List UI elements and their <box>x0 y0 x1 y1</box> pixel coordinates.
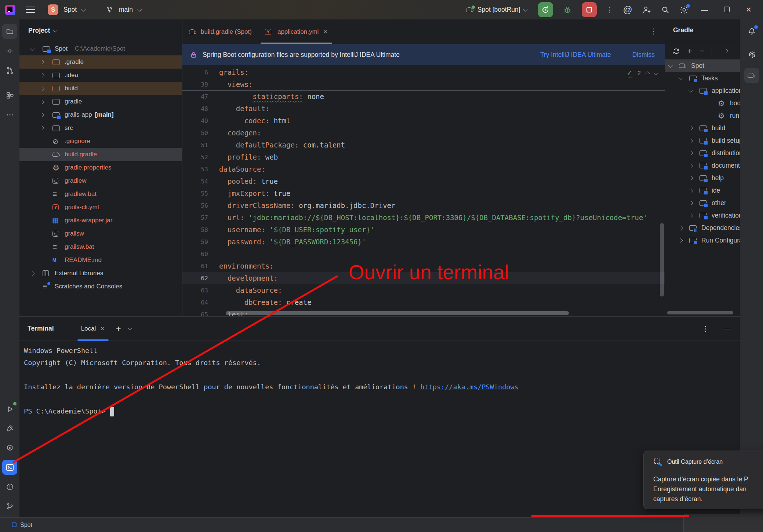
tree-chevron-icon[interactable] <box>668 63 673 68</box>
code-line[interactable]: 63 dataSource: <box>182 284 665 296</box>
project-selector[interactable]: Spot <box>63 6 77 14</box>
structure-tool-button[interactable] <box>2 88 17 103</box>
tab-options-button[interactable]: ⋮ <box>650 27 657 36</box>
problems-tool-button[interactable] <box>2 479 17 494</box>
project-tree-row[interactable]: Spot C:\Academie\Spot <box>19 42 182 55</box>
run-tool-button[interactable] <box>2 401 17 416</box>
project-tree-row[interactable]: README.md <box>19 254 182 267</box>
inspection-widget[interactable]: ✓ 2 <box>627 69 658 77</box>
project-tree-row[interactable]: grailsw <box>19 227 182 240</box>
tree-chevron-icon[interactable] <box>678 75 683 80</box>
debug-button[interactable] <box>563 5 572 15</box>
project-tree-row[interactable]: .gradle <box>19 55 182 69</box>
code-line[interactable]: 59 password: '${DB_PASSWORD:123456}' <box>182 236 665 248</box>
project-panel-header[interactable]: Project <box>19 19 182 34</box>
new-terminal-button[interactable]: + <box>116 324 121 334</box>
gradle-tree-row[interactable]: Run Configurations <box>665 234 740 247</box>
settings-button[interactable] <box>679 5 689 15</box>
prev-problem-icon[interactable] <box>645 72 650 76</box>
project-tree-row[interactable]: .idea <box>19 69 182 82</box>
tree-chevron-icon[interactable] <box>40 60 44 65</box>
gradle-tool-button[interactable] <box>744 68 759 83</box>
code-line[interactable]: 48 default: <box>182 103 665 115</box>
close-terminal-tab-icon[interactable]: ✕ <box>100 325 105 332</box>
tree-chevron-icon[interactable] <box>40 99 44 104</box>
gradle-tree-row[interactable]: documentation <box>665 159 740 172</box>
project-tree-row[interactable]: src <box>19 121 182 135</box>
rerun-button[interactable] <box>538 2 553 17</box>
project-tree-row[interactable]: .gitignore <box>19 135 182 148</box>
gradle-tree-row[interactable]: Dependencies <box>665 222 740 234</box>
tree-chevron-icon[interactable] <box>688 163 693 168</box>
tree-chevron-icon[interactable] <box>688 126 693 131</box>
tree-chevron-icon[interactable] <box>688 201 693 205</box>
code-line[interactable]: 6 grails: <box>182 66 665 79</box>
project-tree-row[interactable]: build.gradle <box>19 148 182 161</box>
project-tree-row[interactable]: gradlew.bat <box>19 187 182 201</box>
tree-chevron-icon[interactable] <box>688 176 693 181</box>
gradle-tree-row[interactable]: build <box>665 122 740 134</box>
terminal-dropdown-icon[interactable] <box>128 326 132 331</box>
gradle-tree-row[interactable]: distribution <box>665 147 740 159</box>
code-line[interactable]: 60 <box>182 248 665 260</box>
tree-chevron-icon[interactable] <box>688 88 693 92</box>
tree-chevron-icon[interactable] <box>688 188 693 193</box>
gradle-tree-row[interactable]: Spot <box>665 59 740 72</box>
gradle-tree-row[interactable]: run <box>665 109 740 122</box>
code-line[interactable]: 54 pooled: true <box>182 175 665 187</box>
project-tree-row[interactable]: External Libraries <box>19 267 182 280</box>
tree-chevron-icon[interactable] <box>30 271 34 276</box>
build-tool-button[interactable] <box>2 421 17 436</box>
project-tree-row[interactable]: grails-cli.yml <box>19 201 182 214</box>
code-line[interactable]: 50 codegen: <box>182 127 665 139</box>
services-tool-button[interactable] <box>2 440 17 455</box>
next-problem-icon[interactable] <box>654 70 658 75</box>
minimize-button[interactable]: — <box>698 6 711 14</box>
add-icon[interactable]: + <box>687 47 692 55</box>
editor-vertical-scrollbar[interactable] <box>660 223 664 296</box>
code-line[interactable]: 39 views: <box>182 79 665 91</box>
tree-chevron-icon[interactable] <box>678 238 683 243</box>
more-tool-windows-button[interactable] <box>2 107 17 122</box>
terminal-options-button[interactable]: ⋮ <box>702 324 709 333</box>
add-user-button[interactable] <box>642 5 651 14</box>
tree-chevron-icon[interactable] <box>688 138 693 143</box>
gradle-tree-row[interactable]: verification <box>665 209 740 222</box>
gradle-tree-row[interactable]: build setup <box>665 134 740 147</box>
terminal-link[interactable]: https://aka.ms/PSWindows <box>420 383 518 391</box>
dismiss-link[interactable]: Dismiss <box>632 51 655 59</box>
code-line[interactable]: 58 username: '${DB_USER:spotify_user}' <box>182 224 665 236</box>
terminal-output[interactable]: Windows PowerShellCopyright (C) Microsof… <box>19 341 740 417</box>
code-line[interactable]: 53 dataSource: <box>182 163 665 175</box>
gradle-tree-row[interactable]: help <box>665 172 740 184</box>
gradle-tree-row[interactable]: bootRun <box>665 97 740 109</box>
run-configuration-selector[interactable]: Spot [bootRun] <box>466 6 527 14</box>
commit-tool-button[interactable] <box>2 43 17 58</box>
refresh-icon[interactable] <box>672 47 680 55</box>
tree-chevron-icon[interactable] <box>40 73 44 78</box>
pull-requests-tool-button[interactable] <box>2 63 17 78</box>
snipping-tool-toast[interactable]: Outil Capture d’écran Capture d’écran co… <box>643 451 763 509</box>
tree-chevron-icon[interactable] <box>678 226 683 230</box>
project-tree-row[interactable]: gradle.properties <box>19 161 182 174</box>
project-tree-row[interactable]: Scratches and Consoles <box>19 280 182 293</box>
tab-application-yml[interactable]: application.yml ✕ <box>258 19 334 44</box>
gradle-tree-row[interactable]: ide <box>665 184 740 197</box>
hide-terminal-button[interactable]: — <box>724 325 730 332</box>
gradle-tree-row[interactable]: other <box>665 197 740 209</box>
try-ultimate-link[interactable]: Try IntelliJ IDEA Ultimate <box>540 51 611 59</box>
code-line[interactable]: 49 codec: html <box>182 115 665 127</box>
code-line[interactable]: 57 url: 'jdbc:mariadb://${DB_HOST:localh… <box>182 212 665 224</box>
gradle-horizontal-scrollbar[interactable] <box>667 311 733 314</box>
gradle-tree-row[interactable]: Tasks <box>665 72 740 84</box>
ai-assistant-icon[interactable]: @ <box>623 4 632 15</box>
project-tree-row[interactable]: grails-app [main] <box>19 108 182 121</box>
more-actions-button[interactable]: ⋮ <box>606 6 614 14</box>
code-line[interactable]: 52 profile: web <box>182 151 665 163</box>
terminal-tab-local[interactable]: Local ✕ <box>76 317 110 341</box>
project-tree-row[interactable]: grailsw.bat <box>19 240 182 254</box>
ai-assistant-tool-button[interactable] <box>744 47 759 62</box>
maximize-button[interactable] <box>720 6 733 14</box>
branch-selector[interactable]: main <box>119 6 133 14</box>
version-control-tool-button[interactable] <box>2 499 17 514</box>
